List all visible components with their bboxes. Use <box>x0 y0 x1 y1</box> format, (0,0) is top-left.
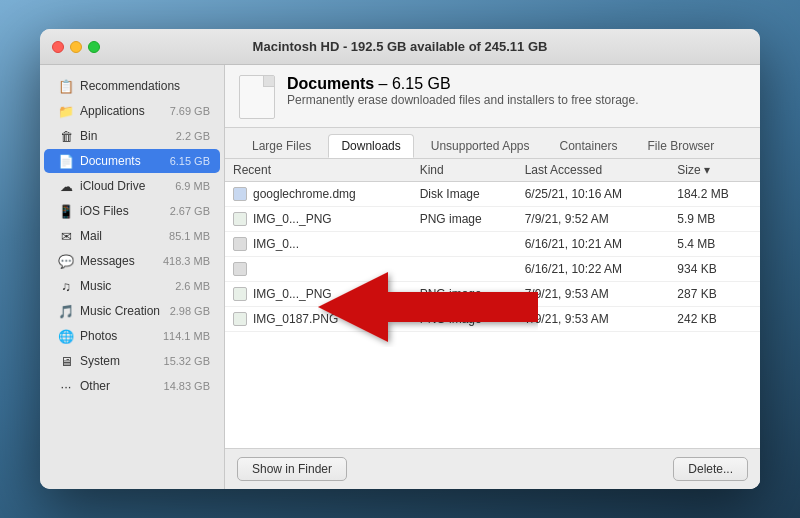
file-icon <box>233 262 247 276</box>
sidebar-item-label-applications: Applications <box>80 104 166 118</box>
table-row[interactable]: IMG_0187.PNGPNG image7/9/21, 9:53 AM242 … <box>225 307 760 332</box>
table-row[interactable]: IMG_0..._PNGPNG image7/9/21, 9:53 AM287 … <box>225 282 760 307</box>
sidebar-item-size-music-creation: 2.98 GB <box>170 305 210 317</box>
mail-icon: ✉ <box>58 228 74 244</box>
file-kind-cell: PNG image <box>412 282 517 307</box>
file-name: IMG_0..._PNG <box>253 287 332 301</box>
sidebar-item-label-ios-files: iOS Files <box>80 204 166 218</box>
maximize-button[interactable] <box>88 41 100 53</box>
bin-icon: 🗑 <box>58 128 74 144</box>
sidebar-item-label-recommendations: Recommendations <box>80 79 210 93</box>
system-icon: 🖥 <box>58 353 74 369</box>
sidebar-item-label-bin: Bin <box>80 129 172 143</box>
sidebar-item-size-ios-files: 2.67 GB <box>170 205 210 217</box>
file-name: IMG_0... <box>253 237 299 251</box>
sidebar-item-label-music: Music <box>80 279 171 293</box>
sidebar-item-label-documents: Documents <box>80 154 166 168</box>
sidebar-item-size-messages: 418.3 MB <box>163 255 210 267</box>
close-button[interactable] <box>52 41 64 53</box>
file-icon <box>233 312 247 326</box>
tab-unsupported-apps[interactable]: Unsupported Apps <box>418 134 543 158</box>
sidebar-item-recommendations[interactable]: 📋Recommendations <box>44 74 220 98</box>
other-icon: ··· <box>58 378 74 394</box>
sidebar-item-system[interactable]: 🖥System15.32 GB <box>44 349 220 373</box>
sidebar-item-size-photos: 114.1 MB <box>163 330 210 342</box>
folder-size-label: – 6.15 GB <box>379 75 451 92</box>
file-name: googlechrome.dmg <box>253 187 356 201</box>
file-size-cell: 934 KB <box>669 257 760 282</box>
sidebar-item-label-other: Other <box>80 379 160 393</box>
tab-downloads[interactable]: Downloads <box>328 134 413 158</box>
sidebar-item-label-photos: Photos <box>80 329 159 343</box>
file-kind-cell: PNG image <box>412 307 517 332</box>
col-last-accessed: Last Accessed <box>517 159 670 182</box>
sidebar-item-size-documents: 6.15 GB <box>170 155 210 167</box>
sidebar-item-icloud[interactable]: ☁iCloud Drive6.9 MB <box>44 174 220 198</box>
window-title: Macintosh HD - 192.5 GB available of 245… <box>253 39 548 54</box>
file-accessed-cell: 6/16/21, 10:22 AM <box>517 257 670 282</box>
icloud-icon: ☁ <box>58 178 74 194</box>
sidebar-item-size-bin: 2.2 GB <box>176 130 210 142</box>
sidebar-item-label-music-creation: Music Creation <box>80 304 166 318</box>
sidebar-item-mail[interactable]: ✉Mail85.1 MB <box>44 224 220 248</box>
col-recent: Recent <box>225 159 412 182</box>
show-in-finder-button[interactable]: Show in Finder <box>237 457 347 481</box>
sidebar-item-documents[interactable]: 📄Documents6.15 GB <box>44 149 220 173</box>
file-size-cell: 5.4 MB <box>669 232 760 257</box>
file-name-cell: googlechrome.dmg <box>225 182 412 207</box>
file-size-cell: 242 KB <box>669 307 760 332</box>
sidebar-item-size-mail: 85.1 MB <box>169 230 210 242</box>
file-accessed-cell: 7/9/21, 9:53 AM <box>517 307 670 332</box>
window-content: 📋Recommendations📁Applications7.69 GB🗑Bin… <box>40 65 760 489</box>
ios-files-icon: 📱 <box>58 203 74 219</box>
sidebar-item-messages[interactable]: 💬Messages418.3 MB <box>44 249 220 273</box>
table-row[interactable]: IMG_0..._PNGPNG image7/9/21, 9:52 AM5.9 … <box>225 207 760 232</box>
file-kind-cell: Disk Image <box>412 182 517 207</box>
file-kind-cell <box>412 232 517 257</box>
folder-icon <box>239 75 275 119</box>
col-size[interactable]: Size ▾ <box>669 159 760 182</box>
sidebar-item-size-icloud: 6.9 MB <box>175 180 210 192</box>
sidebar-item-size-music: 2.6 MB <box>175 280 210 292</box>
file-name-cell: IMG_0..._PNG <box>225 207 412 232</box>
sidebar-item-music[interactable]: ♫Music2.6 MB <box>44 274 220 298</box>
folder-info: Documents – 6.15 GB Permanently erase do… <box>287 75 639 107</box>
sidebar-item-applications[interactable]: 📁Applications7.69 GB <box>44 99 220 123</box>
sidebar-item-size-system: 15.32 GB <box>164 355 210 367</box>
minimize-button[interactable] <box>70 41 82 53</box>
file-icon <box>233 287 247 301</box>
file-accessed-cell: 7/9/21, 9:52 AM <box>517 207 670 232</box>
music-icon: ♫ <box>58 278 74 294</box>
traffic-lights <box>52 41 100 53</box>
sidebar-item-ios-files[interactable]: 📱iOS Files2.67 GB <box>44 199 220 223</box>
file-size-cell: 5.9 MB <box>669 207 760 232</box>
folder-description: Permanently erase downloaded files and i… <box>287 93 639 107</box>
table-row[interactable]: 6/16/21, 10:22 AM934 KB <box>225 257 760 282</box>
file-accessed-cell: 6/25/21, 10:16 AM <box>517 182 670 207</box>
file-icon <box>233 187 247 201</box>
main-window: Macintosh HD - 192.5 GB available of 245… <box>40 29 760 489</box>
delete-button[interactable]: Delete... <box>673 457 748 481</box>
sidebar: 📋Recommendations📁Applications7.69 GB🗑Bin… <box>40 65 225 489</box>
file-kind-cell: PNG image <box>412 207 517 232</box>
sidebar-item-music-creation[interactable]: 🎵Music Creation2.98 GB <box>44 299 220 323</box>
file-size-cell: 184.2 MB <box>669 182 760 207</box>
file-name: IMG_0187.PNG <box>253 312 338 326</box>
col-kind: Kind <box>412 159 517 182</box>
table-row[interactable]: googlechrome.dmgDisk Image6/25/21, 10:16… <box>225 182 760 207</box>
tab-large-files[interactable]: Large Files <box>239 134 324 158</box>
tab-containers[interactable]: Containers <box>547 134 631 158</box>
file-list-area: Recent Kind Last Accessed Size ▾ googlec… <box>225 159 760 448</box>
applications-icon: 📁 <box>58 103 74 119</box>
sidebar-item-label-system: System <box>80 354 160 368</box>
file-accessed-cell: 7/9/21, 9:53 AM <box>517 282 670 307</box>
tab-file-browser[interactable]: File Browser <box>635 134 728 158</box>
file-name: IMG_0..._PNG <box>253 212 332 226</box>
messages-icon: 💬 <box>58 253 74 269</box>
sidebar-item-bin[interactable]: 🗑Bin2.2 GB <box>44 124 220 148</box>
sidebar-item-other[interactable]: ···Other14.83 GB <box>44 374 220 398</box>
file-name-cell: IMG_0... <box>225 232 412 257</box>
table-row[interactable]: IMG_0...6/16/21, 10:21 AM5.4 MB <box>225 232 760 257</box>
sidebar-item-label-messages: Messages <box>80 254 159 268</box>
sidebar-item-photos[interactable]: 🌐Photos114.1 MB <box>44 324 220 348</box>
